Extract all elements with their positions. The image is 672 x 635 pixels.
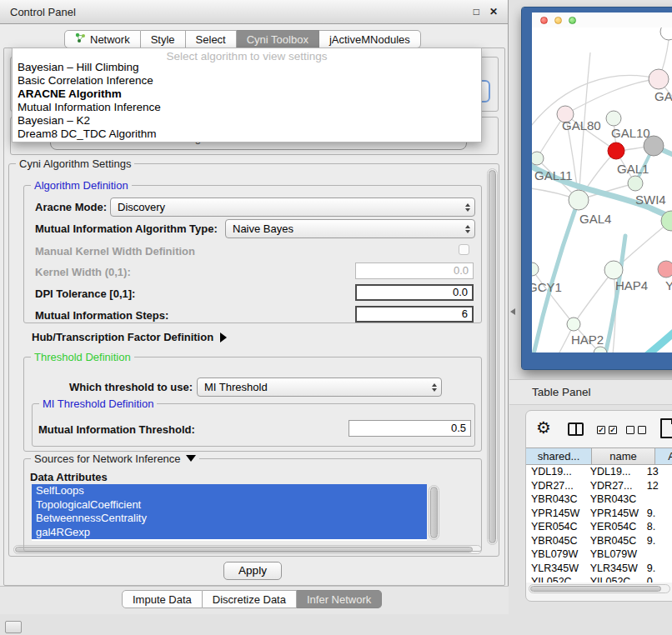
table-cell: YBR045C <box>526 534 585 548</box>
table-panel-header: Table Panel <box>509 379 672 405</box>
node-label-gal-node: GAL <box>654 89 672 103</box>
tab-network[interactable]: Network <box>64 30 141 48</box>
minimized-panel-icon[interactable] <box>5 621 22 633</box>
network-node-y-node[interactable] <box>658 261 672 278</box>
node-label-swi4-node: SWI4 <box>635 192 666 207</box>
network-node-top-node[interactable] <box>660 28 672 40</box>
attribute-option[interactable]: SelfLoops <box>32 484 427 498</box>
network-node-hap4-node[interactable] <box>604 261 623 279</box>
network-node-gal11-node[interactable] <box>532 152 544 165</box>
algorithm-option[interactable]: Basic Correlation Inference <box>13 74 481 88</box>
table-horizontal-scrollbar[interactable] <box>529 584 670 593</box>
table-cell: 12 <box>642 479 672 493</box>
table-row[interactable]: YBL079WYBL079W <box>526 548 672 562</box>
algorithm-dropdown-popup: Select algorithm to view settings Bayesi… <box>12 48 482 142</box>
gear-icon[interactable]: ⚙ <box>536 419 551 436</box>
export-table-icon[interactable] <box>660 418 672 438</box>
table-cell: 9. <box>642 562 672 576</box>
settings-vertical-scrollbar[interactable] <box>487 168 498 545</box>
network-node-gal1-node[interactable] <box>628 176 643 191</box>
data-attributes-label: Data Attributes <box>30 471 108 483</box>
tab-select[interactable]: Select <box>186 30 237 48</box>
table-cell: 13 <box>642 465 672 479</box>
control-panel-title: Control Panel <box>10 6 76 18</box>
kernel-width-label: Kernel Width (0,1): <box>35 266 131 278</box>
tab-discretize-data[interactable]: Discretize Data <box>203 590 297 608</box>
algorithm-option[interactable]: Bayesian – Hill Climbing <box>13 61 481 74</box>
close-window-icon[interactable]: ✕ <box>489 6 498 18</box>
minimize-traffic-light-icon[interactable] <box>554 17 562 24</box>
hub-definition-expander[interactable]: Hub/Transcription Factor Definition <box>32 331 227 343</box>
tab-jactivemnodules[interactable]: jActiveMNodules <box>319 30 421 48</box>
table-row[interactable]: YDL19...YDL19...13 <box>526 465 672 479</box>
network-node-gal4-node[interactable] <box>569 190 589 210</box>
float-window-icon[interactable]: □ <box>474 6 479 18</box>
table-rows: YDL19...YDL19...13YDR27...YDR27...12YBR0… <box>526 465 672 582</box>
select-all-checkbox-icon[interactable]: ✓ <box>597 426 605 434</box>
mi-threshold-field[interactable]: 0.5 <box>349 420 471 437</box>
network-node-gcy1-node[interactable] <box>532 262 539 276</box>
control-panel-tabbar: Network Style Select Cyni Toolbox jActiv… <box>64 30 421 48</box>
dpi-tolerance-field[interactable]: 0.0 <box>355 284 474 301</box>
network-view-inner: GALGAL80GAL10GAL11GAL1SWI4GAL4GCY1HAP4YH… <box>532 12 672 352</box>
table-cell: YPR145W <box>585 507 642 521</box>
dpi-tolerance-label: DPI Tolerance [0,1]: <box>35 288 135 300</box>
mi-type-combo[interactable]: Naive Bayes <box>225 219 475 238</box>
tab-infer-network[interactable]: Infer Network <box>297 590 382 608</box>
tab-style[interactable]: Style <box>141 30 186 48</box>
zoom-traffic-light-icon[interactable] <box>569 17 576 24</box>
expand-right-icon <box>220 332 227 342</box>
table-row[interactable]: YDR27...YDR27...12 <box>526 479 672 493</box>
network-canvas[interactable]: GALGAL80GAL10GAL11GAL1SWI4GAL4GCY1HAP4YH… <box>532 28 672 352</box>
algorithm-option[interactable]: Bayesian – K2 <box>13 114 481 128</box>
column-header-shared-name[interactable]: shared... <box>526 448 592 464</box>
deselect-checkbox-icon[interactable] <box>638 426 646 434</box>
tab-cyni-toolbox[interactable]: Cyni Toolbox <box>237 30 319 48</box>
network-node-hap2-node[interactable] <box>567 318 580 331</box>
network-node-gal10-node[interactable] <box>606 111 621 126</box>
network-node-gal-node[interactable] <box>649 69 669 89</box>
which-threshold-combo[interactable]: MI Threshold <box>197 378 442 397</box>
table-row[interactable]: YBR043CYBR043C <box>526 492 672 507</box>
table-cell: 9. <box>642 507 672 521</box>
network-graph: GALGAL80GAL10GAL11GAL1SWI4GAL4GCY1HAP4YH… <box>532 28 672 352</box>
attribute-option[interactable]: TopologicalCoefficient <box>32 498 427 512</box>
network-window-titlebar <box>532 12 672 28</box>
column-header-name[interactable]: name <box>592 448 655 464</box>
node-label-gal10-node: GAL10 <box>611 126 650 140</box>
mi-steps-label: Mutual Information Steps: <box>35 309 168 322</box>
table-row[interactable]: YIL052CYIL052C0 <box>526 575 672 582</box>
node-label-hap2-node: HAP2 <box>571 332 604 347</box>
node-label-gal80-node: GAL80 <box>562 118 601 132</box>
data-attributes-list: SelfLoops TopologicalCoefficient Between… <box>32 484 427 541</box>
columns-icon[interactable] <box>568 422 584 436</box>
column-header-partial[interactable]: A <box>655 448 672 464</box>
combo-stepper-icon <box>460 220 474 238</box>
close-traffic-light-icon[interactable] <box>540 17 548 24</box>
table-cell: YIL052C <box>585 575 642 582</box>
table-row[interactable]: YLR345WYLR345W9. <box>526 562 672 576</box>
network-node-red-node[interactable] <box>608 142 624 159</box>
mi-steps-field[interactable]: 6 <box>355 306 474 322</box>
attribute-option[interactable]: BetweennessCentrality <box>32 512 427 526</box>
kernel-width-field[interactable]: 0.0 <box>355 262 474 279</box>
table-cell: YIL052C <box>526 575 585 582</box>
attribute-option[interactable]: gal4RGexp <box>32 526 427 540</box>
manual-kernel-checkbox[interactable] <box>459 244 469 255</box>
apply-button[interactable]: Apply <box>223 562 282 580</box>
attributes-list-scrollbar[interactable] <box>429 485 439 540</box>
sources-title[interactable]: Sources for Network Inference <box>31 452 199 465</box>
tab-impute-data[interactable]: Impute Data <box>122 590 203 608</box>
select-all-checkbox-icon[interactable]: ✓ <box>609 426 617 434</box>
table-row[interactable]: YER054CYER054C8. <box>526 520 672 534</box>
algorithm-option[interactable]: Dream8 DC_TDC Algorithm <box>13 128 481 141</box>
combo-stepper-icon <box>427 378 441 396</box>
table-row[interactable]: YBR045CYBR045C9. <box>526 534 672 548</box>
aracne-mode-combo[interactable]: Discovery <box>110 198 475 217</box>
panel-splitter-collapse-arrow[interactable] <box>510 308 515 315</box>
algorithm-option[interactable]: Mutual Information Inference <box>13 101 481 114</box>
table-row[interactable]: YPR145WYPR145W9. <box>526 507 672 521</box>
table-cell: YBR043C <box>585 492 642 507</box>
algorithm-option-selected[interactable]: ARACNE Algorithm <box>13 88 481 101</box>
deselect-checkbox-icon[interactable] <box>626 426 634 434</box>
